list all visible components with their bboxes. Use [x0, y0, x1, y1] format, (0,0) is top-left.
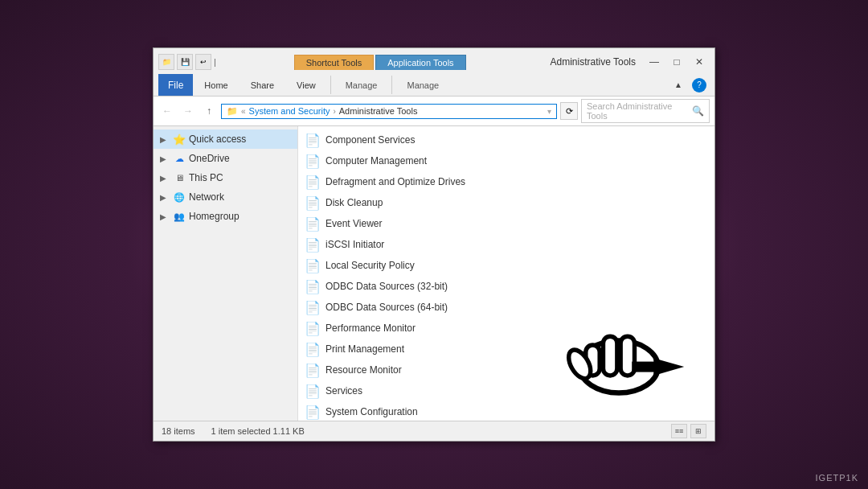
file-label-13: Services [326, 385, 362, 397]
file-icon-2: 📄 [305, 153, 321, 169]
forward-button[interactable]: → [179, 102, 197, 120]
menu-view-label[interactable]: View [292, 79, 321, 92]
file-item-11[interactable]: 📄 Print Management [298, 339, 714, 360]
path-system-security[interactable]: System and Security [249, 106, 330, 116]
main-content: ▶ ⭐ Quick access ▶ ☁ OneDrive ▶ 🖥 This P… [154, 126, 714, 421]
file-icon-12: 📄 [305, 362, 321, 378]
explorer-window: 📁 💾 ↩ | Shortcut Tools Application Tools… [153, 47, 715, 442]
menu-file[interactable]: File [158, 74, 193, 96]
file-item-4[interactable]: 📄 Disk Cleanup [298, 192, 714, 213]
file-item-7[interactable]: 📄 Local Security Policy [298, 255, 714, 276]
manage-section: Manage [334, 74, 389, 96]
menu-home-label[interactable]: Home [199, 79, 232, 92]
file-icon-6: 📄 [305, 236, 321, 253]
file-item-6[interactable]: 📄 iSCSI Initiator [298, 234, 714, 255]
back-button[interactable]: ← [158, 102, 176, 120]
tab-shortcut-tools[interactable]: Shortcut Tools [294, 55, 375, 70]
selected-info: 1 item selected 1.11 KB [211, 426, 305, 436]
close-button[interactable]: ✕ [689, 54, 710, 70]
menu-home[interactable]: Home [193, 74, 239, 96]
file-item-2[interactable]: 📄 Computer Management [298, 150, 714, 171]
file-item-3[interactable]: 📄 Defragment and Optimize Drives [298, 171, 714, 192]
file-item-8[interactable]: 📄 ODBC Data Sources (32-bit) [298, 276, 714, 297]
maximize-button[interactable]: □ [666, 54, 687, 70]
network-icon: 🌐 [173, 191, 186, 203]
ribbon-separator-2 [391, 76, 392, 94]
quick-access-icon[interactable]: 📁 [158, 54, 174, 70]
path-chevron-1: › [333, 107, 335, 116]
file-item-10[interactable]: 📄 Performance Monitor [298, 318, 714, 339]
path-dropdown-icon[interactable]: ▾ [547, 107, 551, 116]
sidebar-item-network[interactable]: ▶ 🌐 Network [154, 187, 297, 207]
menu-share-label[interactable]: Share [246, 79, 279, 92]
file-icon-8: 📄 [305, 278, 321, 294]
sidebar-item-onedrive[interactable]: ▶ ☁ OneDrive [154, 149, 297, 168]
ribbon-tabs: Shortcut Tools Application Tools [294, 55, 466, 70]
search-icon: 🔍 [692, 105, 704, 117]
tab-application-tools[interactable]: Application Tools [375, 55, 465, 70]
title-center: Shortcut Tools Application Tools [216, 55, 544, 70]
title-right: Administrative Tools — □ ✕ [551, 54, 710, 70]
this-pc-arrow: ▶ [160, 174, 170, 183]
quick-access-icon: ⭐ [173, 133, 186, 146]
status-bar: 18 items 1 item selected 1.11 KB ≡≡ ⊞ [154, 421, 714, 441]
status-right: ≡≡ ⊞ [671, 424, 706, 438]
file-label-2: Computer Management [326, 155, 427, 166]
homegroup-icon: 👥 [173, 210, 186, 223]
file-icon-5: 📄 [305, 216, 321, 232]
minimize-button[interactable]: — [644, 54, 665, 70]
file-label-11: Print Management [326, 343, 404, 355]
this-pc-label: This PC [189, 172, 223, 183]
file-label-3: Defragment and Optimize Drives [326, 176, 465, 187]
save-button[interactable]: 💾 [177, 54, 193, 70]
file-icon-14: 📄 [305, 404, 321, 420]
file-list: 📄 Component Services 📄 Computer Manageme… [298, 126, 714, 421]
sidebar-item-homegroup[interactable]: ▶ 👥 Homegroup [154, 207, 297, 226]
file-label-4: Disk Cleanup [326, 197, 383, 208]
file-item-13[interactable]: 📄 Services [298, 380, 714, 401]
refresh-button[interactable]: ⟳ [560, 102, 578, 120]
file-icon-11: 📄 [305, 341, 321, 357]
address-bar: ← → ↑ 📁 « System and Security › Administ… [154, 97, 714, 126]
network-arrow: ▶ [160, 193, 170, 202]
title-bar: 📁 💾 ↩ | Shortcut Tools Application Tools… [154, 48, 714, 72]
sidebar-item-quick-access[interactable]: ▶ ⭐ Quick access [154, 129, 297, 149]
file-item-12[interactable]: 📄 Resource Monitor [298, 360, 714, 380]
file-label-8: ODBC Data Sources (32-bit) [326, 281, 448, 292]
file-icon-13: 📄 [305, 383, 321, 399]
menu-view[interactable]: View [285, 74, 327, 96]
path-double-arrow: « [241, 107, 246, 116]
file-icon-4: 📄 [305, 195, 321, 211]
help-button[interactable]: ? [692, 78, 706, 92]
undo-button[interactable]: ↩ [195, 54, 211, 70]
manage-label-1[interactable]: Manage [341, 79, 383, 92]
search-box[interactable]: Search Administrative Tools 🔍 [581, 99, 710, 123]
manage-section-2: Manage [395, 74, 450, 96]
manage-label-2[interactable]: Manage [402, 79, 444, 92]
network-label: Network [189, 191, 224, 203]
up-button[interactable]: ↑ [200, 102, 218, 120]
quick-access-label: Quick access [189, 134, 246, 145]
large-icons-button[interactable]: ⊞ [690, 424, 706, 438]
sidebar-item-this-pc[interactable]: ▶ 🖥 This PC [154, 168, 297, 187]
details-view-button[interactable]: ≡≡ [671, 424, 687, 438]
menu-share[interactable]: Share [240, 74, 285, 96]
file-icon-3: 📄 [305, 174, 321, 190]
file-label-7: Local Security Policy [326, 260, 415, 271]
homegroup-label: Homegroup [189, 211, 240, 222]
file-item-9[interactable]: 📄 ODBC Data Sources (64-bit) [298, 297, 714, 318]
file-item-5[interactable]: 📄 Event Viewer [298, 213, 714, 234]
file-label-1: Component Services [326, 134, 415, 146]
sidebar: ▶ ⭐ Quick access ▶ ☁ OneDrive ▶ 🖥 This P… [154, 126, 298, 421]
onedrive-icon: ☁ [173, 152, 186, 165]
file-label-12: Resource Monitor [326, 364, 402, 376]
address-actions: ⟳ [560, 102, 578, 120]
path-admin-tools: Administrative Tools [339, 106, 418, 116]
file-item-14[interactable]: 📄 System Configuration [298, 401, 714, 421]
file-icon-9: 📄 [305, 299, 321, 315]
window-title: Administrative Tools [551, 56, 637, 68]
ribbon-collapse-button[interactable]: ▲ [668, 77, 689, 93]
onedrive-arrow: ▶ [160, 154, 170, 163]
file-item-1[interactable]: 📄 Component Services [298, 129, 714, 150]
address-path[interactable]: 📁 « System and Security › Administrative… [221, 104, 557, 119]
